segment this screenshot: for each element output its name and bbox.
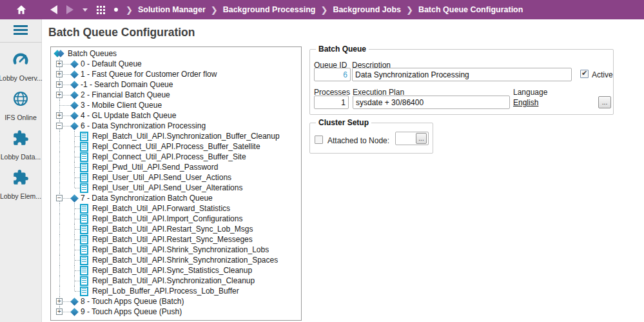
tree-job-item[interactable]: Repl_Batch_Util_API.Synchronization_Buff… bbox=[55, 131, 301, 141]
tree-job-item[interactable]: Repl_Batch_Util_API.Forward_Statistics bbox=[55, 203, 301, 214]
breadcrumb-item[interactable]: Background Jobs bbox=[333, 5, 401, 14]
job-document-icon bbox=[80, 245, 88, 255]
tree-expander-toggle[interactable]: + bbox=[56, 92, 63, 98]
tree-expander-toggle[interactable]: + bbox=[56, 112, 63, 119]
active-checkbox[interactable] bbox=[580, 70, 589, 78]
tree-job-item[interactable]: Repl_Lob_Buffer_API.Process_Lob_Buffer bbox=[55, 286, 301, 296]
job-document-icon bbox=[80, 163, 88, 172]
execution-plan-field[interactable] bbox=[353, 96, 510, 109]
tree-job-item[interactable]: Repl_Batch_Util_API.Restart_Sync_Lob_Msg… bbox=[55, 224, 301, 234]
tree-queue-item[interactable]: +9 - Touch Apps Queue (Push) bbox=[55, 307, 301, 317]
sidebar-item[interactable]: Lobby Elem... bbox=[0, 169, 42, 200]
tree-item-label: Repl_Batch_Util_API.Synchronization_Buff… bbox=[92, 132, 280, 141]
sidebar-item[interactable]: Lobby Overv... bbox=[0, 51, 42, 82]
menu-hamburger-icon[interactable] bbox=[14, 25, 28, 37]
tree-connector-line bbox=[75, 136, 80, 137]
tree-job-item[interactable]: Repl_Pwd_Util_API.Send_Password bbox=[55, 162, 301, 172]
home-button[interactable] bbox=[13, 1, 30, 18]
forward-arrow-icon[interactable] bbox=[66, 5, 73, 14]
node-field[interactable] bbox=[396, 133, 415, 144]
language-browse-button[interactable]: ... bbox=[598, 96, 611, 108]
breadcrumb-chevron-icon: ❯ bbox=[211, 5, 218, 15]
page-title: Batch Queue Configuration bbox=[48, 26, 195, 39]
tree-root-item[interactable]: Batch Queues bbox=[55, 48, 301, 59]
sidebar-item[interactable]: Lobby Data... bbox=[0, 130, 42, 161]
breadcrumb-chevron-icon: ❯ bbox=[320, 5, 327, 15]
tree-item-label: Repl_Batch_Util_API.Restart_Sync_Messege… bbox=[92, 235, 253, 244]
tree-item-label: 7 - Data Synchronization Batch Queue bbox=[81, 194, 213, 203]
tree-queue-item[interactable]: +2 - Financial Batch Queue bbox=[55, 90, 301, 100]
job-document-icon bbox=[80, 214, 88, 224]
tree-item-label: 8 - Touch Apps Queue (Batch) bbox=[81, 297, 184, 306]
tree-connector-line bbox=[75, 146, 80, 147]
tree-queue-item[interactable]: −7 - Data Synchronization Batch Queue bbox=[55, 193, 301, 203]
queue-diamond-icon bbox=[70, 60, 79, 68]
tree-item-label: 0 - Default Queue bbox=[81, 59, 142, 68]
breadcrumb-item[interactable]: Batch Queue Configuration bbox=[418, 5, 523, 14]
app-grid-icon[interactable] bbox=[97, 6, 105, 14]
tree-item-label: Repl_User_Util_API.Send_User_Alterations bbox=[92, 183, 242, 192]
sidebar-item-label: IFS Online bbox=[5, 114, 37, 121]
tree-connector-line bbox=[75, 239, 80, 240]
tree-job-item[interactable]: Repl_Connect_Util_API.Process_Buffer_Sat… bbox=[55, 141, 301, 152]
attached-to-node-checkbox[interactable] bbox=[315, 136, 323, 144]
queue-diamond-icon bbox=[70, 122, 79, 130]
tree-expander-toggle[interactable]: + bbox=[56, 71, 63, 77]
queue-diamond-icon bbox=[70, 101, 79, 110]
tree-expander-toggle[interactable]: − bbox=[56, 123, 63, 129]
batch-queues-tree[interactable]: Batch Queues +0 - Default Queue+1 - Fast… bbox=[50, 46, 302, 321]
job-document-icon bbox=[80, 225, 88, 234]
tree-queue-item[interactable]: +0 - Default Queue bbox=[55, 59, 301, 69]
tree-job-item[interactable]: Repl_Batch_Util_API.Shrink_Synchronizati… bbox=[55, 255, 301, 265]
tree-connector-line bbox=[75, 250, 80, 250]
node-browse-button[interactable]: ... bbox=[416, 133, 427, 144]
tree-queue-item[interactable]: +-1 - Search Domain Queue bbox=[55, 79, 301, 90]
tree-job-item[interactable]: Repl_Batch_Util_API.Import_Configuration… bbox=[55, 214, 301, 224]
history-dropdown-icon[interactable] bbox=[83, 8, 88, 12]
tree-job-item[interactable]: Repl_Connect_Util_API.Process_Buffer_Sit… bbox=[55, 152, 301, 162]
tree-job-item[interactable]: Repl_Batch_Util_API.Synchronization_Clea… bbox=[55, 276, 301, 286]
tree-expander-toggle[interactable]: + bbox=[56, 308, 63, 315]
job-document-icon bbox=[80, 132, 88, 141]
tree-connector-line bbox=[75, 270, 80, 271]
tree-job-item[interactable]: Repl_Batch_Util_API.Sync_Statistics_Clea… bbox=[55, 265, 301, 276]
queue-diamond-icon bbox=[70, 81, 79, 89]
breadcrumb-item[interactable]: Background Processing bbox=[223, 5, 316, 14]
tree-connector-line bbox=[75, 260, 80, 261]
tree-expander-toggle[interactable]: − bbox=[56, 195, 63, 201]
processes-field[interactable] bbox=[314, 96, 349, 109]
tree-expander-toggle[interactable]: + bbox=[56, 61, 63, 67]
description-field[interactable] bbox=[352, 68, 572, 81]
attached-to-node-label: Attached to Node: bbox=[327, 136, 389, 145]
sidebar-item[interactable]: IFS Online bbox=[0, 90, 42, 121]
tree-job-item[interactable]: Repl_User_Util_API.Send_User_Actions bbox=[55, 172, 301, 183]
queue-id-field[interactable] bbox=[314, 68, 351, 81]
tree-item-label: Repl_Connect_Util_API.Process_Buffer_Sit… bbox=[92, 152, 246, 161]
sidebar-item-label: Lobby Data... bbox=[1, 153, 41, 161]
tree-item-label: Repl_Batch_Util_API.Synchronization_Clea… bbox=[92, 276, 255, 285]
tree-queue-item[interactable]: +1 - Fast Queue for Customer Order flow bbox=[55, 69, 301, 79]
tree-connector-line bbox=[75, 219, 80, 219]
breadcrumb-item[interactable]: Solution Manager bbox=[138, 5, 206, 14]
tree-queue-item[interactable]: +4 - GL Update Batch Queue bbox=[55, 110, 301, 121]
job-document-icon bbox=[80, 256, 88, 265]
tree-expander-toggle[interactable]: + bbox=[56, 298, 63, 305]
tree-job-item[interactable]: Repl_Batch_Util_API.Shrink_Synchronizati… bbox=[55, 245, 301, 255]
tree-expander-toggle[interactable]: + bbox=[56, 81, 63, 88]
tree-queue-item[interactable]: −6 - Data Synchronization Processing bbox=[55, 121, 301, 131]
language-link[interactable]: English bbox=[513, 98, 538, 107]
sidebar-item-label: Lobby Overv... bbox=[0, 74, 43, 82]
gauge-icon bbox=[12, 51, 29, 70]
puzzle-icon bbox=[12, 130, 29, 149]
tree-job-item[interactable]: Repl_Batch_Util_API.Restart_Sync_Messege… bbox=[55, 234, 301, 245]
batch-queue-configuration-window: ❯Solution Manager❯Background Processing❯… bbox=[0, 0, 644, 322]
tree-job-item[interactable]: Repl_User_Util_API.Send_User_Alterations bbox=[55, 183, 301, 193]
tree-queue-item[interactable]: +8 - Touch Apps Queue (Batch) bbox=[55, 296, 301, 307]
tree-connector-line bbox=[75, 188, 80, 188]
back-arrow-icon[interactable] bbox=[50, 5, 57, 14]
queue-diamond-icon bbox=[70, 308, 79, 316]
top-navigation-bar: ❯Solution Manager❯Background Processing❯… bbox=[0, 0, 644, 19]
tree-item-label: 2 - Financial Batch Queue bbox=[81, 90, 170, 99]
breadcrumb-chevron-icon: ❯ bbox=[406, 5, 413, 15]
tree-queue-item[interactable]: 3 - Mobile Client Queue bbox=[55, 100, 301, 110]
